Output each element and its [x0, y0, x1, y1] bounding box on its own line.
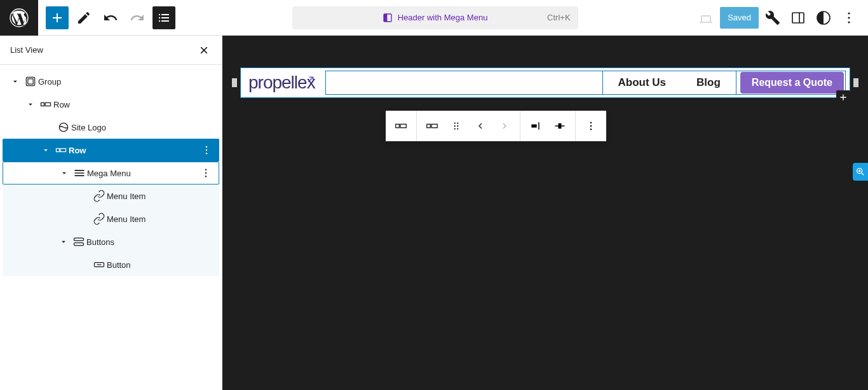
tree-item-label: Mega Menu — [87, 169, 131, 178]
drag-icon — [451, 120, 462, 132]
svg-point-34 — [454, 128, 456, 129]
row-icon — [425, 119, 439, 133]
drag-handle[interactable] — [446, 116, 466, 136]
list-view-icon — [156, 10, 172, 25]
svg-point-8 — [848, 21, 850, 23]
justify-right-icon — [529, 120, 542, 132]
plus-icon — [838, 92, 848, 102]
svg-point-30 — [454, 122, 456, 123]
svg-rect-12 — [45, 103, 50, 106]
svg-rect-29 — [431, 124, 437, 128]
tree-item-row-selected[interactable]: Row — [3, 139, 219, 162]
svg-rect-27 — [400, 124, 406, 128]
button-icon — [93, 258, 105, 271]
selected-row-block[interactable]: About Us Blog Request a Quote — [325, 71, 846, 95]
undo-button[interactable] — [99, 6, 122, 29]
styles-button[interactable] — [812, 6, 835, 29]
block-type-button[interactable] — [391, 116, 411, 136]
toolbar-center: Header with Mega Menu Ctrl+K — [175, 6, 695, 29]
wordpress-icon — [9, 8, 29, 28]
menu-lines-icon — [73, 167, 86, 179]
add-block-button[interactable] — [46, 6, 69, 29]
tree-item-more[interactable] — [198, 165, 214, 181]
tree-item-buttons[interactable]: Buttons — [3, 230, 219, 253]
svg-point-19 — [205, 169, 207, 171]
row-icon — [39, 98, 52, 111]
row-icon — [394, 119, 408, 133]
move-right-button[interactable] — [494, 116, 515, 136]
svg-rect-22 — [74, 238, 84, 240]
list-view-button[interactable] — [153, 6, 175, 29]
sidebar-icon — [790, 10, 806, 25]
tree-item-menu-item[interactable]: Menu Item — [3, 207, 219, 230]
site-logo-block[interactable]: propellex — [241, 73, 323, 93]
wordpress-logo[interactable] — [0, 0, 38, 36]
half-circle-icon — [816, 10, 831, 25]
svg-rect-15 — [60, 149, 65, 152]
dots-vertical-icon — [585, 120, 597, 132]
move-left-button[interactable] — [470, 116, 491, 136]
tree-item-label: Buttons — [86, 237, 114, 247]
plus-icon — [50, 10, 65, 25]
tree-item-row[interactable]: Row — [3, 93, 219, 116]
cta-button[interactable]: Request a Quote — [740, 72, 844, 94]
svg-rect-39 — [559, 123, 562, 129]
chevron-down-icon — [59, 237, 68, 246]
block-tree: Group Row Site Logo Row — [0, 65, 222, 281]
svg-rect-11 — [41, 103, 44, 106]
tree-item-mega-menu[interactable]: Mega Menu — [3, 162, 219, 185]
template-selector[interactable]: Header with Mega Menu Ctrl+K — [292, 6, 578, 29]
tree-item-site-logo[interactable]: Site Logo — [3, 116, 219, 139]
svg-line-44 — [862, 173, 864, 175]
main-region: List View Group Row Site Logo — [0, 36, 868, 390]
add-block-inline[interactable] — [836, 90, 850, 104]
settings-sidebar-button[interactable] — [787, 6, 810, 29]
align-button[interactable] — [550, 116, 570, 136]
align-center-icon — [553, 120, 566, 132]
svg-rect-3 — [792, 13, 804, 23]
tree-item-label: Group — [38, 77, 61, 87]
tools-button[interactable] — [761, 6, 784, 29]
justify-button[interactable] — [526, 116, 546, 136]
undo-icon — [103, 10, 118, 25]
zoom-icon — [855, 167, 865, 177]
editor-canvas[interactable]: propellex About Us Blog Request a Quote — [222, 36, 868, 390]
svg-point-32 — [454, 125, 456, 127]
tree-item-label: Row — [53, 100, 70, 109]
svg-point-7 — [848, 17, 850, 18]
svg-rect-10 — [28, 79, 33, 84]
parent-block-button[interactable] — [422, 116, 442, 136]
chevron-down-icon — [26, 100, 35, 109]
zoom-tab[interactable] — [853, 163, 868, 181]
close-sidebar-button[interactable] — [196, 43, 212, 58]
svg-point-33 — [457, 125, 458, 127]
svg-rect-23 — [74, 243, 84, 246]
block-more-button[interactable] — [581, 116, 601, 136]
nav-link-about[interactable]: About Us — [603, 76, 682, 89]
link-icon — [93, 190, 105, 202]
more-options-button[interactable] — [837, 6, 860, 29]
saved-button[interactable]: Saved — [720, 7, 759, 29]
tree-item-more[interactable] — [199, 143, 214, 158]
tree-item-menu-item[interactable]: Menu Item — [3, 185, 219, 207]
redo-icon — [130, 10, 145, 25]
pencil-icon — [76, 10, 92, 25]
device-preview-button[interactable] — [695, 6, 717, 29]
edit-mode-button[interactable] — [72, 6, 95, 29]
block-toolbar — [386, 111, 606, 141]
sidebar-title: List View — [10, 45, 43, 55]
tree-item-button[interactable]: Button — [3, 253, 219, 276]
redo-button[interactable] — [126, 6, 149, 29]
top-toolbar: Header with Mega Menu Ctrl+K Saved — [0, 0, 868, 36]
laptop-icon — [698, 10, 714, 25]
template-label: Header with Mega Menu — [398, 13, 488, 22]
list-view-sidebar: List View Group Row Site Logo — [0, 36, 222, 390]
header-row-block[interactable]: propellex About Us Blog Request a Quote — [240, 67, 850, 98]
tree-item-group[interactable]: Group — [3, 70, 219, 93]
tree-item-label: Button — [107, 260, 131, 270]
nav-link-blog[interactable]: Blog — [681, 76, 736, 89]
arrow-up-icon — [305, 74, 316, 85]
svg-point-35 — [457, 128, 458, 129]
site-logo-icon — [57, 121, 70, 134]
group-icon — [24, 75, 37, 88]
